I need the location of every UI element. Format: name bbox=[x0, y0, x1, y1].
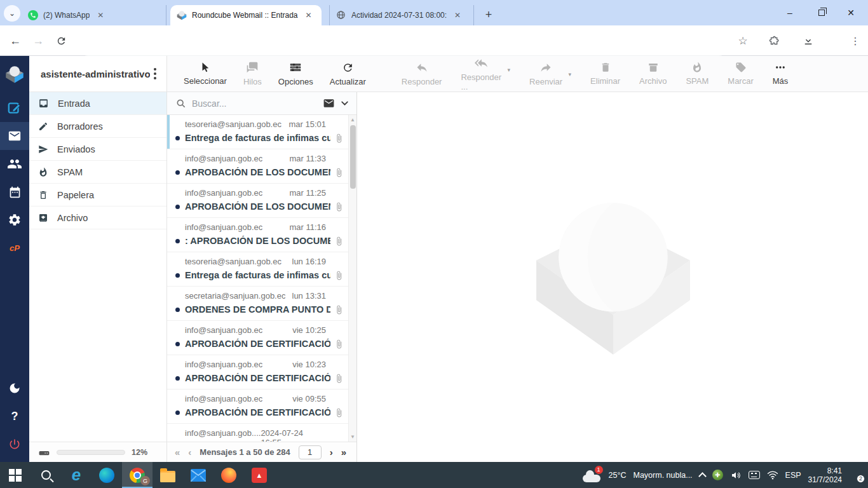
sidebar-item-papelera[interactable]: Papelera bbox=[29, 184, 166, 207]
help-button[interactable]: ? bbox=[0, 402, 29, 430]
taskbar-ie-button[interactable]: e bbox=[61, 462, 92, 488]
back-button[interactable]: ← bbox=[8, 33, 23, 48]
sidebar-item-borradores[interactable]: Borradores bbox=[29, 115, 166, 138]
sidebar-item-archivo[interactable]: Archivo bbox=[29, 207, 166, 229]
message-row[interactable]: tesoreria@sanjuan.gob.ecmar 15:01 Entreg… bbox=[167, 115, 356, 149]
browser-menu-icon[interactable]: ⋮ bbox=[848, 33, 863, 48]
message-row[interactable]: info@sanjuan.gob.ecmar 11:33 APROBACIÓN … bbox=[167, 149, 356, 184]
antivirus-tray-icon[interactable]: ✚ bbox=[712, 470, 723, 480]
caret-down-icon[interactable]: ▾ bbox=[569, 71, 572, 78]
calendar-nav-button[interactable] bbox=[0, 178, 29, 206]
taskbar-acrobat-button[interactable]: ▲ bbox=[244, 462, 275, 488]
caret-down-icon[interactable]: ▾ bbox=[508, 67, 511, 73]
search-options-chevron-icon[interactable] bbox=[341, 99, 349, 107]
weather-widget[interactable]: 1 bbox=[583, 468, 602, 482]
wifi-icon[interactable] bbox=[767, 470, 778, 480]
delete-button[interactable]: Eliminar bbox=[590, 62, 620, 86]
sidebar-item-entrada[interactable]: Entrada bbox=[29, 92, 166, 115]
spam-button[interactable]: SPAM bbox=[686, 62, 709, 86]
new-tab-button[interactable]: + bbox=[480, 6, 497, 23]
message-row[interactable]: info@sanjuan.gob.ecmar 11:25 APROBACIÓN … bbox=[167, 184, 356, 218]
first-page-button[interactable]: « bbox=[175, 447, 180, 458]
message-row[interactable]: info@sanjuan.gob.ecvie 09:55 APROBACIÓN … bbox=[167, 390, 356, 424]
folder-label: Enviados bbox=[57, 144, 95, 154]
refresh-button[interactable]: Actualizar bbox=[330, 62, 366, 86]
windows-taskbar: e G ▲ 1 25°C Mayorm. nubla... ✚ ESP 8:41… bbox=[0, 462, 868, 488]
folder-label: Papelera bbox=[57, 190, 94, 200]
taskbar-clock[interactable]: 8:41 31/7/2024 bbox=[808, 466, 842, 484]
close-window-button[interactable]: ✕ bbox=[836, 0, 865, 25]
message-row[interactable]: info@sanjuan.gob....2024-07-24 16:55 bbox=[167, 424, 356, 442]
cpanel-nav-button[interactable]: cP bbox=[0, 234, 29, 262]
settings-nav-button[interactable] bbox=[0, 206, 29, 234]
notification-center-button[interactable]: 2 bbox=[849, 470, 862, 480]
logout-button[interactable] bbox=[0, 430, 29, 458]
contacts-nav-button[interactable] bbox=[0, 150, 29, 178]
tab-close-icon[interactable]: ✕ bbox=[306, 11, 312, 20]
account-menu-icon[interactable] bbox=[150, 65, 160, 82]
taskbar-edge-button[interactable] bbox=[92, 462, 122, 488]
archive-button[interactable]: Archivo bbox=[639, 62, 667, 86]
message-row[interactable]: info@sanjuan.gob.ecmar 11:16 : APROBACIÓ… bbox=[167, 218, 356, 252]
search-bar[interactable]: Buscar... bbox=[167, 92, 356, 115]
scroll-down-icon[interactable]: ▼ bbox=[349, 434, 356, 440]
reply-all-button[interactable]: Responder ... ▾ bbox=[461, 57, 501, 92]
tab-actividad[interactable]: Actividad 2024-07-31 08:00:00 ✕ bbox=[329, 5, 474, 25]
compose-button[interactable] bbox=[0, 94, 29, 122]
mark-button[interactable]: Marcar bbox=[728, 62, 753, 86]
taskbar-mail-button[interactable] bbox=[183, 462, 214, 488]
next-page-button[interactable]: › bbox=[330, 447, 333, 458]
tray-expand-icon[interactable] bbox=[698, 472, 707, 480]
tab-whatsapp[interactable]: (2) WhatsApp ✕ bbox=[22, 5, 166, 25]
scrollbar-thumb[interactable] bbox=[350, 125, 356, 189]
list-scrollbar[interactable]: ▲ ▼ bbox=[348, 115, 356, 442]
tab-label: Roundcube Webmail :: Entrada bbox=[192, 11, 298, 20]
bookmark-star-icon[interactable]: ☆ bbox=[735, 33, 750, 48]
reply-button[interactable]: Responder bbox=[402, 61, 442, 86]
touch-keyboard-icon[interactable] bbox=[749, 471, 760, 479]
reload-button[interactable] bbox=[53, 33, 69, 48]
start-button[interactable] bbox=[0, 462, 31, 488]
dark-mode-button[interactable] bbox=[0, 374, 29, 402]
downloads-icon[interactable] bbox=[801, 33, 816, 48]
unread-dot bbox=[175, 170, 180, 175]
tab-close-icon[interactable]: ✕ bbox=[97, 11, 104, 20]
taskbar-search-button[interactable] bbox=[31, 462, 61, 488]
message-row[interactable]: info@sanjuan.gob.ecvie 10:23 APROBACIÓN … bbox=[167, 355, 356, 390]
tab-roundcube[interactable]: Roundcube Webmail :: Entrada ✕ bbox=[170, 5, 322, 25]
last-page-button[interactable]: » bbox=[341, 447, 346, 458]
language-indicator[interactable]: ESP bbox=[785, 471, 801, 480]
extensions-icon[interactable] bbox=[766, 33, 782, 48]
sidebar-item-enviados[interactable]: Enviados bbox=[29, 138, 166, 161]
minimize-button[interactable]: – bbox=[775, 0, 804, 25]
message-row[interactable]: secretaria@sanjuan.gob.eclun 13:31 ORDEN… bbox=[167, 287, 356, 321]
sidebar-item-spam[interactable]: SPAM bbox=[29, 161, 166, 184]
search-scope-envelope-icon[interactable] bbox=[323, 97, 335, 109]
forward-button[interactable]: Reenviar ▾ bbox=[529, 61, 562, 86]
forward-button[interactable]: → bbox=[31, 33, 46, 48]
refresh-label: Actualizar bbox=[330, 77, 366, 86]
page-number-input[interactable]: 1 bbox=[299, 445, 322, 459]
weather-temp[interactable]: 25°C bbox=[609, 471, 627, 480]
trash-icon bbox=[600, 62, 611, 73]
select-button[interactable]: Seleccionar bbox=[184, 62, 227, 86]
tab-search-button[interactable]: ⌄ bbox=[4, 5, 20, 22]
volume-icon[interactable] bbox=[730, 470, 742, 480]
message-row[interactable]: info@sanjuan.gob.ecvie 10:25 APROBACIÓN … bbox=[167, 321, 356, 355]
taskbar-chrome-button[interactable]: G bbox=[122, 462, 153, 488]
tab-close-icon[interactable]: ✕ bbox=[454, 11, 461, 20]
prev-page-button[interactable]: ‹ bbox=[188, 447, 191, 458]
folder-label: Entrada bbox=[58, 98, 90, 109]
threads-button[interactable]: Hilos bbox=[243, 61, 262, 86]
restore-button[interactable] bbox=[807, 0, 836, 25]
message-row[interactable]: tesoreria@sanjuan.gob.eclun 16:19 Entreg… bbox=[167, 252, 356, 287]
acrobat-icon: ▲ bbox=[252, 468, 267, 483]
options-button[interactable]: Opciones bbox=[278, 61, 313, 86]
more-button[interactable]: Más bbox=[773, 62, 789, 86]
taskbar-explorer-button[interactable] bbox=[153, 462, 183, 488]
scroll-up-icon[interactable]: ▲ bbox=[349, 117, 356, 123]
mail-nav-button[interactable] bbox=[0, 122, 29, 150]
weather-desc[interactable]: Mayorm. nubla... bbox=[634, 471, 693, 480]
message-sender: info@sanjuan.gob.ec bbox=[185, 154, 262, 163]
taskbar-firefox-button[interactable] bbox=[214, 462, 244, 488]
